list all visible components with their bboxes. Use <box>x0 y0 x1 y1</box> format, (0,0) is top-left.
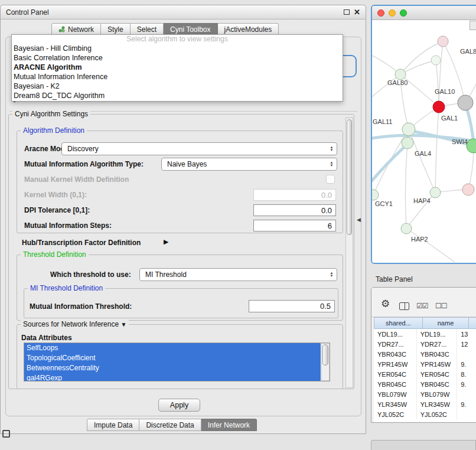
zoom-traffic-light[interactable] <box>400 9 407 17</box>
attributes-list-scrollbar[interactable] <box>321 343 330 381</box>
scrollbar-thumb[interactable] <box>347 119 352 235</box>
network-scrollbar-stub[interactable] <box>470 21 476 30</box>
node-label: HAP2 <box>411 236 428 243</box>
table-row[interactable]: YDL19...YDL19...13 <box>374 329 476 339</box>
table-row[interactable]: YPR145WYPR145W9. <box>374 359 476 369</box>
table-cell: YBL079W <box>374 389 417 399</box>
algorithm-option-aracne-algorithm[interactable]: ARACNE Algorithm <box>12 63 343 72</box>
algorithm-option-dream8-dc-tdc-algorithm[interactable]: Dream8 DC_TDC Algorithm <box>12 91 343 100</box>
settings-scrollbar[interactable] <box>345 118 353 388</box>
attribute-item-betweennesscentrality[interactable]: BetweennessCentrality <box>24 363 321 373</box>
attribute-item-gal4rgexp[interactable]: gal4RGexp <box>24 373 321 381</box>
network-edge <box>406 229 455 262</box>
dpi-tolerance-input[interactable]: 0.0 <box>253 204 336 216</box>
network-node[interactable] <box>430 187 441 198</box>
columns-icon[interactable] <box>399 302 409 310</box>
mi-threshold-input[interactable]: 0.5 <box>249 300 335 312</box>
threshold-definition-title: Threshold Definition <box>21 250 89 259</box>
select-checked-icon[interactable]: ☑☑ <box>416 302 428 310</box>
table-row[interactable]: YJL052CYJL052C <box>374 409 476 419</box>
network-node[interactable] <box>433 101 445 113</box>
dpi-tolerance-label: DPI Tolerance [0,1]: <box>24 206 90 214</box>
algorithm-option-bayesian-hill-climbing[interactable]: Bayesian - Hill Climbing <box>12 44 343 53</box>
column-header-name[interactable]: name <box>423 317 469 329</box>
attribute-item-selfloops[interactable]: SelfLoops <box>24 343 321 353</box>
table-row[interactable]: YLR345WYLR345W9. <box>374 399 476 409</box>
tab-style[interactable]: Style <box>101 23 131 35</box>
float-window-icon[interactable] <box>344 9 350 15</box>
mi-threshold-group-title: MI Threshold Definition <box>28 284 105 292</box>
network-edge <box>409 129 435 193</box>
data-attributes-listbox[interactable]: SelfLoopsTopologicalCoefficientBetweenne… <box>24 343 330 381</box>
tab-discretize-data[interactable]: Discretize Data <box>139 419 201 431</box>
algorithm-option-basic-correlation-inference[interactable]: Basic Correlation Inference <box>12 53 343 63</box>
node-label: GAL1 <box>441 115 458 122</box>
gear-icon[interactable]: ⚙ <box>381 299 390 309</box>
network-node[interactable] <box>431 56 441 65</box>
network-node[interactable] <box>458 95 473 110</box>
table-cell: 12 <box>457 339 476 349</box>
network-node[interactable] <box>462 184 474 195</box>
table-row[interactable]: YER054CYER054C8. <box>374 369 476 379</box>
aracne-mode-combobox[interactable]: Discovery ▲▼ <box>61 142 337 155</box>
apply-button[interactable]: Apply <box>158 399 200 412</box>
table-cell: 9. <box>457 359 476 369</box>
control-panel-titlebar[interactable]: Control Panel ✕ <box>1 5 366 19</box>
algorithm-option-mutual-information-inference[interactable]: Mutual Information Inference <box>12 72 343 81</box>
close-window-icon[interactable]: ✕ <box>354 9 360 16</box>
tab-select[interactable]: Select <box>131 23 164 35</box>
network-window-titlebar[interactable] <box>372 6 476 20</box>
network-node[interactable] <box>402 137 413 149</box>
attribute-item-topologicalcoefficient[interactable]: TopologicalCoefficient <box>24 353 321 363</box>
restore-panel-icon[interactable] <box>2 430 10 438</box>
network-canvas[interactable]: GAL8GAL80GAL10GAL11GAL1SWI4GAL4GCY1HAP4H… <box>372 20 476 264</box>
network-node[interactable] <box>401 223 412 234</box>
kernel-width-value: 0.0 <box>321 191 332 200</box>
network-edge <box>435 107 439 193</box>
table-row[interactable]: YBR043CYBR043C <box>374 349 476 359</box>
network-node[interactable] <box>395 69 406 80</box>
select-unchecked-icon[interactable]: ☐☐ <box>435 302 447 310</box>
cyni-settings-group-title: Cyni Algorithm Settings <box>12 110 90 118</box>
tab-impute-data[interactable]: Impute Data <box>87 419 139 431</box>
manual-kernel-label: Manual Kernel Width Definition <box>24 175 129 184</box>
collapse-down-icon[interactable]: ▼ <box>120 321 126 328</box>
table-row[interactable]: YBL079WYBL079W <box>374 389 476 399</box>
minimize-traffic-light[interactable] <box>389 9 396 17</box>
mi-steps-input[interactable]: 6 <box>253 220 336 231</box>
control-panel-window: Control Panel ✕ NetworkStyleSelectCyni T… <box>0 5 366 434</box>
which-threshold-combobox[interactable]: MI Threshold ▲▼ <box>139 268 337 281</box>
hub-section-label[interactable]: Hub/Transcription Factor Definition <box>22 239 141 247</box>
mi-type-combobox[interactable]: Naive Bayes ▲▼ <box>161 158 337 171</box>
node-label: SWI4 <box>452 138 468 145</box>
table-header-row: shared...name <box>374 317 476 329</box>
algorithm-option-bayesian-k2[interactable]: Bayesian - K2 <box>12 81 343 91</box>
tab-label: Cyni Toolbox <box>170 25 210 34</box>
splitter-collapse-icon[interactable]: ◀ <box>357 217 361 223</box>
scrollbar-thumb[interactable] <box>322 344 328 366</box>
kernel-width-input[interactable]: 0.0 <box>253 189 336 201</box>
column-header-cut[interactable] <box>469 317 476 329</box>
network-node[interactable] <box>372 190 379 200</box>
combo-arrows-icon: ▲▼ <box>327 161 337 167</box>
tab-jactivemodules[interactable]: jActiveModules <box>218 23 279 35</box>
algorithm-definition-title: Algorithm Definition <box>21 126 87 135</box>
tab-network[interactable]: Network <box>51 23 101 35</box>
tab-cyni-toolbox[interactable]: Cyni Toolbox <box>164 23 217 35</box>
node-label: GAL80 <box>387 79 407 86</box>
table-row[interactable]: YBR045CYBR045C9. <box>374 379 476 389</box>
manual-kernel-checkbox[interactable] <box>326 175 335 184</box>
table-cell: YER054C <box>374 369 417 379</box>
table-cell: 13 <box>457 329 476 339</box>
column-header-shared[interactable]: shared... <box>374 317 423 329</box>
network-node[interactable] <box>402 123 415 136</box>
table-row[interactable]: YDR27...YDR27...12 <box>374 339 476 349</box>
tab-infer-network[interactable]: Infer Network <box>201 419 257 431</box>
network-tab-icon <box>58 26 65 32</box>
network-edge <box>400 60 436 74</box>
table-cell: YDL19... <box>374 329 417 339</box>
expand-right-icon[interactable]: ▶ <box>164 238 168 246</box>
close-traffic-light[interactable] <box>377 9 384 17</box>
algorithm-dropdown-popup: Select algorithm to view settings Bayesi… <box>11 34 343 102</box>
network-node[interactable] <box>438 36 448 47</box>
